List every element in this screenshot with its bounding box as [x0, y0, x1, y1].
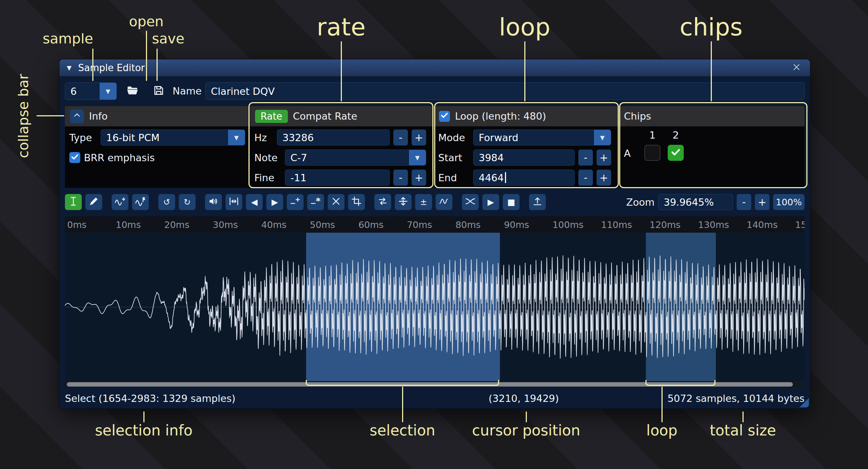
text-caret	[505, 172, 506, 183]
window-title: Sample Editor	[78, 62, 145, 73]
select-mode-button[interactable]	[65, 194, 82, 210]
cursor-position-text: (3210, 19429)	[489, 393, 559, 404]
redo-button[interactable]: ↻	[179, 194, 196, 210]
chip-enable-checkbox-2[interactable]	[668, 145, 684, 161]
loop-checkbox[interactable]	[439, 111, 450, 122]
delete-icon	[331, 196, 341, 208]
fine-minus-button[interactable]: -	[393, 170, 408, 186]
sample-row: 6 ▼ Name Clarinet DQV	[59, 82, 810, 100]
hz-plus-button[interactable]: +	[412, 129, 426, 146]
wave-plus-icon	[115, 196, 125, 208]
scrollbar-thumb[interactable]	[67, 382, 793, 387]
annotation-label-loop-marker: loop	[646, 422, 677, 439]
hz-minus-button[interactable]: -	[393, 129, 408, 146]
chip-enable-checkbox-1[interactable]	[644, 145, 660, 161]
collapse-bar-button[interactable]	[70, 109, 84, 123]
toolbar-group: ◀▶	[205, 194, 365, 210]
titlebar[interactable]: ▼ Sample Editor	[59, 59, 810, 76]
sign-invert-button[interactable]: ±	[415, 194, 432, 210]
amplify-button[interactable]	[205, 194, 222, 210]
chip-column-header: 2	[668, 129, 684, 141]
sample-number-dropdown[interactable]: 6 ▼	[65, 82, 117, 100]
fade-in-icon: ◀	[251, 198, 258, 206]
stop-preview-button[interactable]: ■	[503, 194, 520, 210]
sign-icon: ±	[420, 198, 427, 206]
resample-button[interactable]	[112, 194, 128, 210]
horizontal-scrollbar[interactable]	[65, 382, 805, 387]
chip-column-header: 1	[644, 129, 660, 141]
loop-end-minus-button[interactable]: -	[578, 170, 593, 186]
redo-icon: ↻	[184, 198, 190, 206]
brr-emphasis-checkbox[interactable]	[69, 152, 80, 163]
zoom-input[interactable]: 39.9645%	[658, 194, 733, 210]
total-size-text: 5072 samples, 10144 bytes	[667, 393, 805, 404]
invert-button[interactable]	[395, 194, 412, 210]
import-button[interactable]	[529, 194, 546, 210]
toolbar-group: ▶■	[462, 194, 520, 210]
ruler-label: 70ms	[407, 220, 432, 230]
rate-badge[interactable]: Rate	[255, 110, 288, 123]
save-button[interactable]	[149, 82, 168, 100]
invert-icon	[398, 196, 408, 208]
apply-silence-button[interactable]	[307, 194, 324, 210]
loop-start-minus-button[interactable]: -	[578, 150, 593, 166]
delete-button[interactable]	[328, 194, 344, 210]
reverse-button[interactable]	[374, 194, 391, 210]
annotation-label-selection: selection	[370, 422, 435, 439]
create-wavetable-button[interactable]	[132, 194, 149, 210]
type-dropdown[interactable]: 16-bit PCM ▼	[101, 129, 245, 146]
loop-end-input[interactable]: 4464	[473, 170, 575, 186]
close-icon[interactable]	[790, 62, 803, 74]
check-icon	[670, 147, 681, 159]
time-ruler[interactable]: 0ms10ms20ms30ms40ms50ms60ms70ms80ms90ms1…	[65, 216, 805, 233]
open-button[interactable]	[123, 82, 142, 100]
fine-label: Fine	[254, 172, 281, 183]
note-dropdown[interactable]: C-7 ▼	[285, 150, 426, 166]
fade-in-button[interactable]: ◀	[246, 194, 263, 210]
fade-out-button[interactable]: ▶	[266, 194, 283, 210]
annotation-line-selection-info	[143, 411, 144, 422]
ruler-label: 20ms	[164, 220, 189, 230]
ruler-label: 110ms	[601, 220, 632, 230]
ruler-label: 40ms	[261, 220, 286, 230]
annotation-line-cursor-position	[526, 411, 527, 422]
trim-icon	[351, 196, 362, 208]
zoom-reset-button[interactable]: 100%	[773, 194, 805, 210]
undo-button[interactable]: ↺	[158, 194, 175, 210]
toolbar-group: ±	[374, 194, 452, 210]
insert-silence-button[interactable]	[287, 194, 304, 210]
loop-start-input[interactable]: 3984	[473, 150, 575, 166]
loop-start-label: Start	[438, 152, 470, 163]
ruler-label: 0ms	[67, 220, 86, 230]
hz-input[interactable]: 33286	[277, 129, 390, 146]
draw-mode-button[interactable]	[85, 194, 102, 210]
preview-button[interactable]: ▶	[482, 194, 499, 210]
brr-emphasis-label: BRR emphasis	[84, 152, 155, 163]
zoom-out-button[interactable]: -	[737, 194, 751, 210]
fine-input[interactable]: -11	[285, 170, 390, 186]
zoom-in-button[interactable]: +	[755, 194, 769, 210]
name-label: Name	[173, 85, 202, 97]
filter-button[interactable]	[436, 194, 452, 210]
trim-button[interactable]	[348, 194, 365, 210]
loop-mode-dropdown[interactable]: Forward ▼	[473, 129, 611, 146]
undo-icon: ↺	[163, 198, 170, 206]
chips-panel: Chips 12A	[619, 106, 805, 188]
crossfade-button[interactable]	[462, 194, 479, 210]
loop-start-plus-button[interactable]: +	[597, 150, 611, 166]
upload-icon	[532, 196, 543, 208]
sample-number-value: 6	[65, 83, 100, 100]
name-input[interactable]: Clarinet DQV	[205, 82, 805, 100]
toolbar-group	[529, 194, 546, 210]
annotation-label-sample: sample	[43, 31, 93, 47]
chip-row-label: A	[624, 148, 630, 159]
waveform-canvas[interactable]	[65, 233, 805, 381]
fine-plus-button[interactable]: +	[412, 170, 426, 186]
annotation-label-total-size: total size	[710, 422, 776, 439]
loop-end-plus-button[interactable]: +	[597, 170, 611, 186]
resize-button[interactable]	[225, 194, 242, 210]
window-collapse-icon[interactable]: ▼	[67, 64, 72, 71]
filter-icon	[439, 196, 449, 208]
chevron-down-icon: ▼	[594, 130, 611, 145]
statusbar: Select (1654-2983: 1329 samples) (3210, …	[59, 388, 810, 408]
